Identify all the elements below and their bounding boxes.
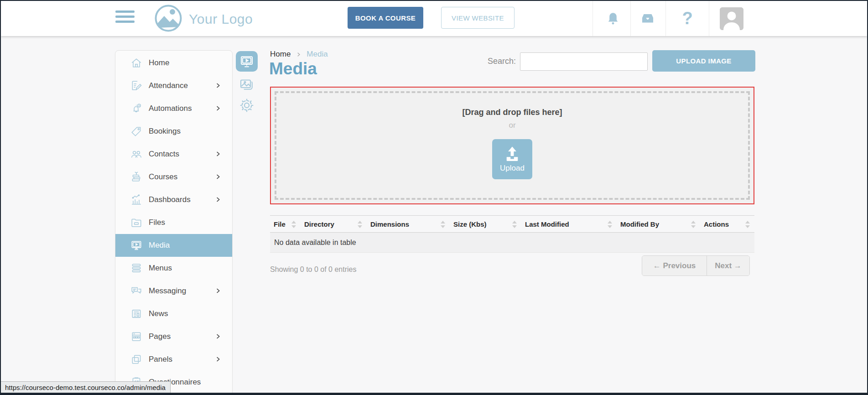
sidebar-item-label: Menus <box>149 264 172 273</box>
pagination: ← Previous Next → <box>642 255 750 276</box>
table-empty-message: No data available in table <box>270 233 754 253</box>
sidebar-item-courses[interactable]: Courses <box>115 166 232 188</box>
breadcrumb-separator-icon <box>296 52 301 57</box>
sidebar-item-attendance[interactable]: Attendance <box>115 74 232 97</box>
chevron-right-icon <box>214 356 221 363</box>
files-folder-icon <box>130 217 142 229</box>
sidebar-item-news[interactable]: News <box>115 302 232 325</box>
sort-icon[interactable] <box>291 220 296 229</box>
dropzone-instruction: [Drag and drop files here] <box>462 108 562 117</box>
sidebar-item-panels[interactable]: Panels <box>115 348 232 371</box>
panels-icon <box>130 353 142 365</box>
settings-tool[interactable] <box>238 97 255 116</box>
table-header-row: File Directory Dimensions Size (Kbs) Las… <box>270 216 754 233</box>
sidebar-item-menus[interactable]: Menus <box>115 257 232 280</box>
sidebar-item-dashboards[interactable]: Dashboards <box>115 188 232 211</box>
column-header-directory[interactable]: Directory <box>301 216 367 233</box>
sidebar-item-label: Media <box>149 241 170 250</box>
app-window: Your Logo BOOK A COURSE VIEW WEBSITE ? <box>0 0 868 395</box>
view-website-button[interactable]: VIEW WEBSITE <box>441 7 515 29</box>
dropzone-dashed-area: [Drag and drop files here] or Upload <box>275 91 750 200</box>
header-divider <box>665 1 666 36</box>
status-bar-url: https://courseco-demo.test.courseco.co/a… <box>1 381 171 395</box>
page-title: Media <box>269 59 317 78</box>
sidebar-item-pages[interactable]: Pages <box>115 325 232 348</box>
chevron-right-icon <box>214 196 221 203</box>
messaging-icon <box>130 285 142 297</box>
table-empty-row: No data available in table <box>270 233 754 253</box>
sidebar-item-automations[interactable]: Automations <box>115 97 232 120</box>
logo-text: Your Logo <box>189 11 253 27</box>
sidebar-item-messaging[interactable]: Messaging <box>115 280 232 302</box>
chevron-right-icon <box>214 333 221 340</box>
home-icon <box>130 57 142 69</box>
header-divider <box>709 1 709 36</box>
sidebar-item-bookings[interactable]: Bookings <box>115 120 232 143</box>
media-icon <box>130 239 142 251</box>
next-page-button[interactable]: Next → <box>707 256 749 275</box>
bookings-tag-icon <box>130 125 142 137</box>
pages-icon <box>130 331 142 343</box>
sort-icon[interactable] <box>358 220 362 229</box>
upload-button-label: Upload <box>500 164 525 173</box>
sidebar-item-files[interactable]: Files <box>115 211 232 234</box>
main-sidebar: Home Attendance Automations Bookings Con… <box>115 50 233 395</box>
notifications-bell-icon[interactable] <box>603 1 623 36</box>
chevron-right-icon <box>214 151 221 157</box>
sort-icon[interactable] <box>441 220 445 229</box>
sort-icon[interactable] <box>691 220 696 229</box>
sidebar-item-label: Panels <box>149 355 172 364</box>
sidebar-item-label: Dashboards <box>149 195 191 204</box>
table-summary: Showing 0 to 0 of 0 entries <box>270 265 356 274</box>
automations-icon <box>130 103 142 114</box>
sidebar-item-label: Home <box>149 58 169 68</box>
help-question-icon[interactable]: ? <box>677 1 697 36</box>
logo[interactable]: Your Logo <box>154 4 253 34</box>
sort-icon[interactable] <box>745 220 750 229</box>
media-view-tool-active[interactable] <box>236 51 258 72</box>
image-gallery-tool[interactable] <box>238 77 255 95</box>
news-icon <box>130 308 142 320</box>
upload-image-button[interactable]: UPLOAD IMAGE <box>652 50 755 72</box>
courses-icon <box>130 171 142 183</box>
media-table: File Directory Dimensions Size (Kbs) Las… <box>270 215 754 253</box>
top-header: Your Logo BOOK A COURSE VIEW WEBSITE ? <box>1 1 867 36</box>
column-header-dimensions[interactable]: Dimensions <box>367 216 450 233</box>
chevron-right-icon <box>214 82 221 89</box>
breadcrumb: Home Media <box>270 50 328 59</box>
book-a-course-button[interactable]: BOOK A COURSE <box>348 7 423 29</box>
sidebar-item-label: Files <box>149 218 165 227</box>
sidebar-item-contacts[interactable]: Contacts <box>115 143 232 166</box>
column-header-size[interactable]: Size (Kbs) <box>450 216 521 233</box>
search-label: Search: <box>488 57 516 66</box>
previous-page-button[interactable]: ← Previous <box>642 256 707 275</box>
file-dropzone[interactable]: [Drag and drop files here] or Upload <box>270 87 754 204</box>
monitor-play-icon <box>239 54 254 69</box>
logo-image-icon <box>154 4 182 34</box>
upload-arrow-icon <box>503 146 521 162</box>
sidebar-item-label: Contacts <box>149 150 179 159</box>
user-avatar[interactable] <box>720 7 743 30</box>
breadcrumb-home-link[interactable]: Home <box>270 50 291 59</box>
column-header-modified-by[interactable]: Modified By <box>617 216 700 233</box>
chevron-right-icon <box>214 173 221 180</box>
sort-icon[interactable] <box>512 220 517 229</box>
upload-button[interactable]: Upload <box>492 139 532 179</box>
inbox-tray-icon[interactable] <box>638 1 658 36</box>
search-input[interactable] <box>520 52 648 71</box>
header-divider <box>593 1 593 36</box>
sidebar-item-label: News <box>149 309 168 318</box>
sidebar-item-label: Courses <box>149 172 177 182</box>
column-header-actions[interactable]: Actions <box>700 216 754 233</box>
sidebar-item-home[interactable]: Home <box>115 52 232 74</box>
hamburger-menu-icon[interactable] <box>115 10 135 27</box>
sort-icon[interactable] <box>608 220 612 229</box>
dashboards-icon <box>130 194 142 206</box>
menus-icon <box>130 262 142 274</box>
sidebar-item-label: Automations <box>149 104 192 113</box>
column-header-last-modified[interactable]: Last Modified <box>521 216 617 233</box>
image-gallery-icon <box>238 77 255 93</box>
sidebar-item-label: Attendance <box>149 81 188 90</box>
sidebar-item-media[interactable]: Media <box>115 234 232 257</box>
column-header-file[interactable]: File <box>270 216 301 233</box>
